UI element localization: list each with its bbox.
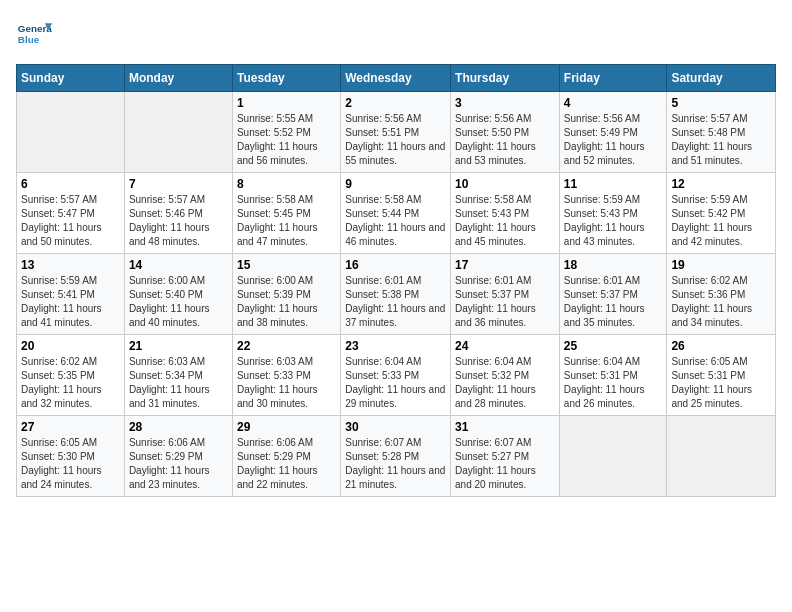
day-header-tuesday: Tuesday [232, 65, 340, 92]
calendar-cell: 24Sunrise: 6:04 AM Sunset: 5:32 PM Dayli… [451, 335, 560, 416]
calendar-cell [124, 92, 232, 173]
week-row-4: 20Sunrise: 6:02 AM Sunset: 5:35 PM Dayli… [17, 335, 776, 416]
day-info: Sunrise: 6:02 AM Sunset: 5:35 PM Dayligh… [21, 355, 120, 411]
day-number: 12 [671, 177, 771, 191]
calendar-cell: 5Sunrise: 5:57 AM Sunset: 5:48 PM Daylig… [667, 92, 776, 173]
day-info: Sunrise: 6:03 AM Sunset: 5:33 PM Dayligh… [237, 355, 336, 411]
day-info: Sunrise: 5:56 AM Sunset: 5:50 PM Dayligh… [455, 112, 555, 168]
calendar-cell: 10Sunrise: 5:58 AM Sunset: 5:43 PM Dayli… [451, 173, 560, 254]
day-number: 21 [129, 339, 228, 353]
calendar-cell: 30Sunrise: 6:07 AM Sunset: 5:28 PM Dayli… [341, 416, 451, 497]
day-info: Sunrise: 5:55 AM Sunset: 5:52 PM Dayligh… [237, 112, 336, 168]
day-number: 25 [564, 339, 663, 353]
calendar-cell: 8Sunrise: 5:58 AM Sunset: 5:45 PM Daylig… [232, 173, 340, 254]
day-number: 24 [455, 339, 555, 353]
day-number: 4 [564, 96, 663, 110]
day-number: 9 [345, 177, 446, 191]
day-number: 15 [237, 258, 336, 272]
day-number: 5 [671, 96, 771, 110]
day-info: Sunrise: 5:59 AM Sunset: 5:42 PM Dayligh… [671, 193, 771, 249]
day-number: 16 [345, 258, 446, 272]
calendar-cell: 25Sunrise: 6:04 AM Sunset: 5:31 PM Dayli… [559, 335, 667, 416]
day-number: 1 [237, 96, 336, 110]
calendar-cell: 27Sunrise: 6:05 AM Sunset: 5:30 PM Dayli… [17, 416, 125, 497]
calendar-cell: 11Sunrise: 5:59 AM Sunset: 5:43 PM Dayli… [559, 173, 667, 254]
day-number: 3 [455, 96, 555, 110]
week-row-5: 27Sunrise: 6:05 AM Sunset: 5:30 PM Dayli… [17, 416, 776, 497]
calendar-cell: 28Sunrise: 6:06 AM Sunset: 5:29 PM Dayli… [124, 416, 232, 497]
day-number: 31 [455, 420, 555, 434]
day-number: 17 [455, 258, 555, 272]
calendar-cell: 16Sunrise: 6:01 AM Sunset: 5:38 PM Dayli… [341, 254, 451, 335]
day-header-monday: Monday [124, 65, 232, 92]
calendar-cell: 21Sunrise: 6:03 AM Sunset: 5:34 PM Dayli… [124, 335, 232, 416]
calendar-cell: 20Sunrise: 6:02 AM Sunset: 5:35 PM Dayli… [17, 335, 125, 416]
day-info: Sunrise: 5:57 AM Sunset: 5:48 PM Dayligh… [671, 112, 771, 168]
logo: General Blue [16, 16, 54, 52]
day-header-sunday: Sunday [17, 65, 125, 92]
svg-text:Blue: Blue [18, 34, 40, 45]
calendar-cell [667, 416, 776, 497]
day-number: 10 [455, 177, 555, 191]
day-info: Sunrise: 6:02 AM Sunset: 5:36 PM Dayligh… [671, 274, 771, 330]
week-row-2: 6Sunrise: 5:57 AM Sunset: 5:47 PM Daylig… [17, 173, 776, 254]
calendar-table: SundayMondayTuesdayWednesdayThursdayFrid… [16, 64, 776, 497]
day-info: Sunrise: 5:57 AM Sunset: 5:46 PM Dayligh… [129, 193, 228, 249]
day-info: Sunrise: 6:06 AM Sunset: 5:29 PM Dayligh… [237, 436, 336, 492]
header: General Blue [16, 16, 776, 52]
day-info: Sunrise: 6:01 AM Sunset: 5:37 PM Dayligh… [455, 274, 555, 330]
day-info: Sunrise: 6:05 AM Sunset: 5:30 PM Dayligh… [21, 436, 120, 492]
calendar-cell: 7Sunrise: 5:57 AM Sunset: 5:46 PM Daylig… [124, 173, 232, 254]
calendar-cell: 12Sunrise: 5:59 AM Sunset: 5:42 PM Dayli… [667, 173, 776, 254]
day-info: Sunrise: 6:04 AM Sunset: 5:31 PM Dayligh… [564, 355, 663, 411]
day-number: 11 [564, 177, 663, 191]
day-number: 28 [129, 420, 228, 434]
calendar-cell: 1Sunrise: 5:55 AM Sunset: 5:52 PM Daylig… [232, 92, 340, 173]
week-row-1: 1Sunrise: 5:55 AM Sunset: 5:52 PM Daylig… [17, 92, 776, 173]
day-info: Sunrise: 5:56 AM Sunset: 5:51 PM Dayligh… [345, 112, 446, 168]
day-header-thursday: Thursday [451, 65, 560, 92]
day-info: Sunrise: 5:56 AM Sunset: 5:49 PM Dayligh… [564, 112, 663, 168]
day-number: 14 [129, 258, 228, 272]
calendar-cell: 17Sunrise: 6:01 AM Sunset: 5:37 PM Dayli… [451, 254, 560, 335]
day-info: Sunrise: 6:07 AM Sunset: 5:28 PM Dayligh… [345, 436, 446, 492]
calendar-cell: 13Sunrise: 5:59 AM Sunset: 5:41 PM Dayli… [17, 254, 125, 335]
day-info: Sunrise: 6:06 AM Sunset: 5:29 PM Dayligh… [129, 436, 228, 492]
calendar-cell: 9Sunrise: 5:58 AM Sunset: 5:44 PM Daylig… [341, 173, 451, 254]
day-info: Sunrise: 6:00 AM Sunset: 5:40 PM Dayligh… [129, 274, 228, 330]
day-number: 29 [237, 420, 336, 434]
day-info: Sunrise: 6:04 AM Sunset: 5:33 PM Dayligh… [345, 355, 446, 411]
calendar-cell: 4Sunrise: 5:56 AM Sunset: 5:49 PM Daylig… [559, 92, 667, 173]
day-number: 23 [345, 339, 446, 353]
day-info: Sunrise: 5:58 AM Sunset: 5:44 PM Dayligh… [345, 193, 446, 249]
day-number: 6 [21, 177, 120, 191]
day-info: Sunrise: 6:01 AM Sunset: 5:37 PM Dayligh… [564, 274, 663, 330]
day-info: Sunrise: 5:59 AM Sunset: 5:43 PM Dayligh… [564, 193, 663, 249]
calendar-cell: 31Sunrise: 6:07 AM Sunset: 5:27 PM Dayli… [451, 416, 560, 497]
day-info: Sunrise: 5:58 AM Sunset: 5:45 PM Dayligh… [237, 193, 336, 249]
calendar-cell: 22Sunrise: 6:03 AM Sunset: 5:33 PM Dayli… [232, 335, 340, 416]
calendar-cell: 6Sunrise: 5:57 AM Sunset: 5:47 PM Daylig… [17, 173, 125, 254]
week-row-3: 13Sunrise: 5:59 AM Sunset: 5:41 PM Dayli… [17, 254, 776, 335]
calendar-cell: 15Sunrise: 6:00 AM Sunset: 5:39 PM Dayli… [232, 254, 340, 335]
day-info: Sunrise: 6:04 AM Sunset: 5:32 PM Dayligh… [455, 355, 555, 411]
calendar-cell: 14Sunrise: 6:00 AM Sunset: 5:40 PM Dayli… [124, 254, 232, 335]
day-number: 13 [21, 258, 120, 272]
calendar-cell [17, 92, 125, 173]
day-info: Sunrise: 5:59 AM Sunset: 5:41 PM Dayligh… [21, 274, 120, 330]
calendar-cell [559, 416, 667, 497]
day-number: 19 [671, 258, 771, 272]
day-header-wednesday: Wednesday [341, 65, 451, 92]
day-number: 2 [345, 96, 446, 110]
day-number: 26 [671, 339, 771, 353]
day-number: 20 [21, 339, 120, 353]
calendar-cell: 18Sunrise: 6:01 AM Sunset: 5:37 PM Dayli… [559, 254, 667, 335]
day-number: 18 [564, 258, 663, 272]
day-header-friday: Friday [559, 65, 667, 92]
day-number: 22 [237, 339, 336, 353]
calendar-cell: 23Sunrise: 6:04 AM Sunset: 5:33 PM Dayli… [341, 335, 451, 416]
day-info: Sunrise: 5:57 AM Sunset: 5:47 PM Dayligh… [21, 193, 120, 249]
day-info: Sunrise: 6:05 AM Sunset: 5:31 PM Dayligh… [671, 355, 771, 411]
calendar-cell: 2Sunrise: 5:56 AM Sunset: 5:51 PM Daylig… [341, 92, 451, 173]
day-number: 8 [237, 177, 336, 191]
